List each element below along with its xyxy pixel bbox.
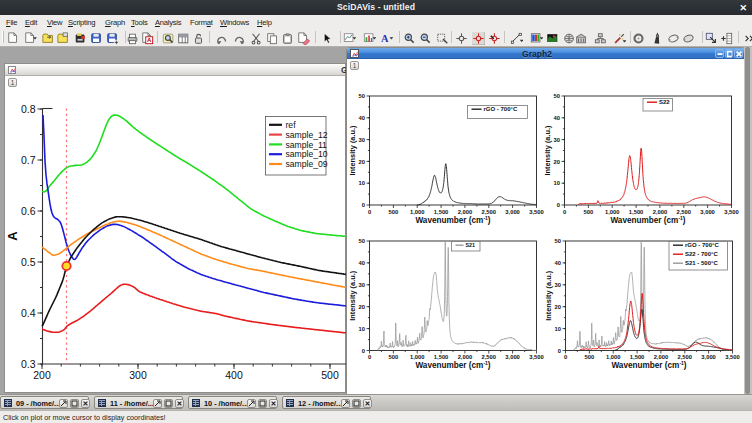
svg-text:A: A <box>147 37 152 43</box>
svg-text:3,500: 3,500 <box>529 354 544 360</box>
svg-text:0: 0 <box>368 354 371 360</box>
svg-text:0.8: 0.8 <box>21 103 36 115</box>
svg-text:30: 30 <box>359 137 365 143</box>
svg-text:3,000: 3,000 <box>505 209 520 215</box>
svg-text:20: 20 <box>359 159 365 165</box>
svg-text:300: 300 <box>129 369 147 381</box>
svg-text:40: 40 <box>554 115 560 121</box>
svg-text:1,500: 1,500 <box>630 354 645 360</box>
svg-text:Intensity (a.u.): Intensity (a.u.) <box>544 270 553 321</box>
svg-text:20: 20 <box>555 304 561 310</box>
svg-text:S22 - 700°C: S22 - 700°C <box>685 251 718 257</box>
svg-text:0: 0 <box>362 348 365 354</box>
svg-text:10: 10 <box>359 180 365 186</box>
svg-text:500: 500 <box>389 209 399 215</box>
svg-text:2,000: 2,000 <box>654 354 669 360</box>
svg-text:Intensity (a.u.): Intensity (a.u.) <box>543 125 552 176</box>
svg-text:2,000: 2,000 <box>653 209 668 215</box>
svg-text:3,500: 3,500 <box>725 354 740 360</box>
svg-text:sample_12: sample_12 <box>286 130 328 140</box>
svg-text:1,500: 1,500 <box>434 354 449 360</box>
svg-text:3,000: 3,000 <box>505 354 520 360</box>
svg-text:500: 500 <box>389 354 399 360</box>
svg-text:30: 30 <box>554 137 560 143</box>
svg-text:Wavenumber (cm-1): Wavenumber (cm-1) <box>415 360 490 370</box>
svg-text:10: 10 <box>554 180 560 186</box>
svg-text:3,500: 3,500 <box>724 209 739 215</box>
svg-text:1,000: 1,000 <box>410 354 425 360</box>
svg-text:50: 50 <box>555 238 561 244</box>
svg-text:Wavenumber (cm-1): Wavenumber (cm-1) <box>610 215 685 225</box>
svg-text:3,500: 3,500 <box>529 209 544 215</box>
svg-text:2,000: 2,000 <box>458 209 473 215</box>
svg-text:Intensity (a.u.): Intensity (a.u.) <box>348 125 357 176</box>
svg-text:Intensity (a.u.): Intensity (a.u.) <box>348 270 357 321</box>
svg-text:0: 0 <box>362 202 365 208</box>
svg-text:S22: S22 <box>659 99 670 105</box>
svg-text:500: 500 <box>585 354 595 360</box>
svg-text:0.3: 0.3 <box>21 358 36 370</box>
svg-text:0.4: 0.4 <box>21 307 36 319</box>
svg-text:A: A <box>381 33 389 44</box>
svg-text:0.5: 0.5 <box>21 256 36 268</box>
svg-text:sample_09: sample_09 <box>286 159 328 169</box>
svg-text:Wavenumber (cm-1): Wavenumber (cm-1) <box>611 360 686 370</box>
svg-text:30: 30 <box>359 282 365 288</box>
svg-text:200: 200 <box>33 369 51 381</box>
svg-text:0: 0 <box>564 354 567 360</box>
svg-text:20: 20 <box>359 304 365 310</box>
svg-text:S21 - 500°C: S21 - 500°C <box>685 260 718 266</box>
svg-text:50: 50 <box>359 93 365 99</box>
svg-text:1,000: 1,000 <box>410 209 425 215</box>
svg-text:sample_11: sample_11 <box>286 140 328 150</box>
svg-text:3,000: 3,000 <box>701 354 716 360</box>
svg-text:1,000: 1,000 <box>605 209 620 215</box>
svg-text:40: 40 <box>359 260 365 266</box>
svg-text:40: 40 <box>555 260 561 266</box>
svg-text:10: 10 <box>359 326 365 332</box>
svg-text:500: 500 <box>321 369 339 381</box>
svg-text:500: 500 <box>584 209 594 215</box>
svg-text:20: 20 <box>554 159 560 165</box>
svg-text:0: 0 <box>558 348 561 354</box>
svg-text:40: 40 <box>359 115 365 121</box>
svg-text:30: 30 <box>555 282 561 288</box>
svg-text:A: A <box>5 231 20 241</box>
svg-text:ref: ref <box>286 120 297 130</box>
svg-text:0: 0 <box>368 209 371 215</box>
svg-text:400: 400 <box>225 369 243 381</box>
svg-text:0: 0 <box>557 202 560 208</box>
svg-text:1,000: 1,000 <box>606 354 621 360</box>
svg-text:1,500: 1,500 <box>629 209 644 215</box>
svg-text:10: 10 <box>555 326 561 332</box>
svg-text:rGO - 700°C: rGO - 700°C <box>484 106 518 112</box>
svg-text:50: 50 <box>359 238 365 244</box>
svg-text:0.6: 0.6 <box>21 205 36 217</box>
svg-text:S21: S21 <box>466 242 476 248</box>
svg-text:Wavenumber (cm-1): Wavenumber (cm-1) <box>415 215 490 225</box>
svg-text:3,000: 3,000 <box>700 209 715 215</box>
svg-text:0.7: 0.7 <box>21 154 36 166</box>
svg-text:rGO - 700°C: rGO - 700°C <box>685 242 719 248</box>
svg-text:2,000: 2,000 <box>458 354 473 360</box>
svg-text:sample_10: sample_10 <box>286 149 328 159</box>
svg-text:1,500: 1,500 <box>434 209 449 215</box>
svg-text:0: 0 <box>563 209 566 215</box>
svg-text:50: 50 <box>554 93 560 99</box>
